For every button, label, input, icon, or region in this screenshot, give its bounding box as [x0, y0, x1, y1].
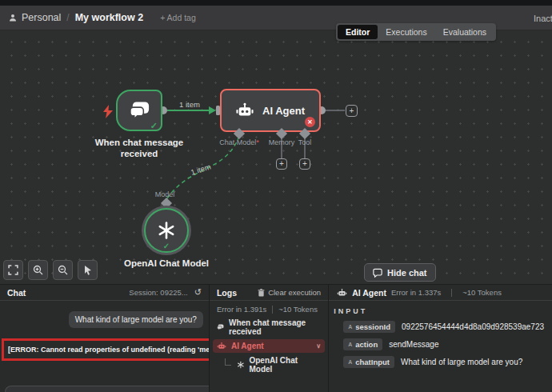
log-entry-model[interactable]: OpenAI Chat Model	[210, 354, 328, 376]
robot-icon	[337, 288, 347, 298]
logs-panel: Logs Clear execution Error in 1.391s ~10…	[209, 285, 328, 392]
port-label-chat-model: Chat Model*	[211, 138, 267, 146]
string-type-icon: A	[348, 324, 352, 330]
chat-panel-header: Chat Session: 09225... ↺	[0, 285, 209, 301]
edge-label-model-agent: 1 item	[190, 162, 212, 176]
breadcrumb-separator: /	[66, 12, 69, 23]
chat-input[interactable]	[5, 386, 225, 392]
field-value: What kind of large model are you?	[401, 358, 522, 366]
robot-icon	[235, 102, 254, 119]
success-check-icon: ✓	[150, 121, 158, 131]
details-error-time: Error in 1.337s	[391, 288, 441, 297]
node-openai-chat-model[interactable]: ✓	[144, 208, 189, 253]
hide-chat-button[interactable]: Hide chat	[364, 263, 436, 282]
chat-panel: Chat Session: 09225... ↺ What kind of la…	[0, 285, 209, 392]
workspace-label: Personal	[22, 12, 61, 23]
clear-execution-button[interactable]: Clear execution	[258, 288, 321, 297]
annotation-error-highlight: [ERROR: Cannot read properties of undefi…	[2, 338, 225, 361]
tidy-up-button[interactable]	[78, 260, 98, 280]
tree-elbow	[225, 358, 231, 366]
zoom-out-icon	[58, 265, 68, 275]
error-badge-icon: ✕	[305, 117, 315, 127]
robot-icon	[217, 342, 226, 350]
logs-panel-title: Logs	[217, 288, 237, 298]
window-top-strip	[0, 0, 552, 6]
openai-icon	[237, 361, 245, 369]
field-row-chatinput[interactable]: A chatInput What kind of large model are…	[334, 356, 544, 368]
details-panel-title: AI Agent	[352, 288, 386, 298]
zoom-out-button[interactable]	[53, 260, 73, 280]
details-token-count: ~10 Tokens	[462, 288, 502, 297]
workflow-canvas[interactable]: 1 item 1 item Model ✓ When chat message …	[0, 30, 552, 284]
tab-evaluations[interactable]: Evaluations	[435, 25, 494, 39]
fit-view-icon	[8, 265, 18, 275]
pointer-icon	[82, 265, 93, 275]
field-row-sessionid[interactable]: A sessionId 0922576454444d4d8a09d928539a…	[334, 321, 544, 333]
divider	[451, 289, 452, 297]
chat-bubbles-icon	[217, 323, 224, 331]
view-tabs: Editor Executions Evaluations	[336, 23, 496, 41]
string-type-icon: A	[348, 342, 352, 347]
n8n-app: Personal / My workflow 2 + Add tag Inact…	[0, 0, 552, 392]
tab-editor[interactable]: Editor	[338, 25, 378, 39]
log-entry-trigger[interactable]: When chat message received	[210, 316, 328, 338]
trigger-node-label: When chat message received	[83, 137, 195, 160]
trigger-pin-bolt-icon	[102, 105, 114, 118]
edge-label-trigger-agent: 1 item	[179, 100, 200, 109]
key-badge: A action	[343, 338, 382, 350]
fit-view-button[interactable]	[3, 260, 23, 280]
logs-token-count: ~10 Tokens	[278, 305, 318, 314]
string-type-icon: A	[348, 359, 352, 365]
details-panel-header: AI Agent Error in 1.337s ~10 Tokens	[329, 285, 552, 301]
key-badge: A sessionId	[343, 321, 395, 333]
field-value: sendMessage	[389, 340, 438, 349]
chevron-down-icon: ∨	[316, 342, 321, 350]
add-memory-button[interactable]: +	[276, 158, 287, 170]
model-node-label: OpenAI Chat Model	[118, 258, 214, 269]
input-section: INPUT A sessionId 0922576454444d4d8a09d9…	[329, 301, 552, 368]
node-details-panel: AI Agent Error in 1.337s ~10 Tokens INPU…	[328, 285, 552, 392]
success-check-icon: ✓	[146, 242, 187, 250]
person-icon	[8, 13, 18, 22]
divider	[272, 306, 273, 314]
chat-session-id: Session: 09225...	[129, 288, 187, 297]
node-ai-agent[interactable]: AI Agent ✕	[220, 89, 321, 132]
refresh-session-icon[interactable]: ↺	[194, 287, 202, 298]
bottom-panels: Chat Session: 09225... ↺ What kind of la…	[0, 284, 552, 392]
hide-chat-label: Hide chat	[387, 268, 427, 278]
add-tool-button[interactable]: +	[299, 158, 310, 170]
workflow-title[interactable]: My workflow 2	[75, 12, 143, 23]
agent-node-label: AI Agent	[262, 105, 305, 117]
workflow-status-label: Inactive	[534, 14, 552, 23]
input-section-title: INPUT	[334, 307, 544, 315]
node-chat-trigger[interactable]: ✓	[116, 90, 162, 131]
logs-error-time: Error in 1.391s	[217, 305, 266, 314]
add-tag-button[interactable]: + Add tag	[160, 13, 196, 22]
zoom-in-button[interactable]	[28, 260, 48, 280]
required-asterisk: *	[256, 138, 259, 146]
key-badge: A chatInput	[343, 356, 394, 368]
chat-bubble-icon	[373, 268, 382, 278]
port-label-tool: Tool	[294, 138, 315, 146]
chat-user-message: What kind of large model are you?	[69, 311, 203, 328]
add-next-node-button[interactable]: +	[346, 105, 358, 117]
chat-panel-title: Chat	[7, 288, 26, 298]
workspace-item[interactable]: Personal	[8, 12, 61, 23]
logs-summary: Error in 1.391s ~10 Tokens	[210, 301, 328, 316]
model-port-label: Model	[155, 190, 175, 198]
chat-bubbles-icon	[129, 101, 150, 120]
tab-executions[interactable]: Executions	[378, 25, 434, 39]
canvas-toolbar	[3, 260, 98, 280]
trash-icon	[258, 289, 265, 297]
chat-error-message: [ERROR: Cannot read properties of undefi…	[4, 346, 222, 354]
log-entry-agent[interactable]: AI Agent ∨	[213, 339, 325, 353]
logs-panel-header: Logs Clear execution	[210, 285, 328, 301]
field-row-action[interactable]: A action sendMessage	[334, 338, 544, 350]
field-value: 0922576454444d4d8a09d928539ae723	[402, 322, 544, 331]
zoom-in-icon	[33, 265, 43, 275]
breadcrumb: Personal / My workflow 2 + Add tag	[8, 12, 196, 23]
openai-icon	[157, 221, 176, 240]
